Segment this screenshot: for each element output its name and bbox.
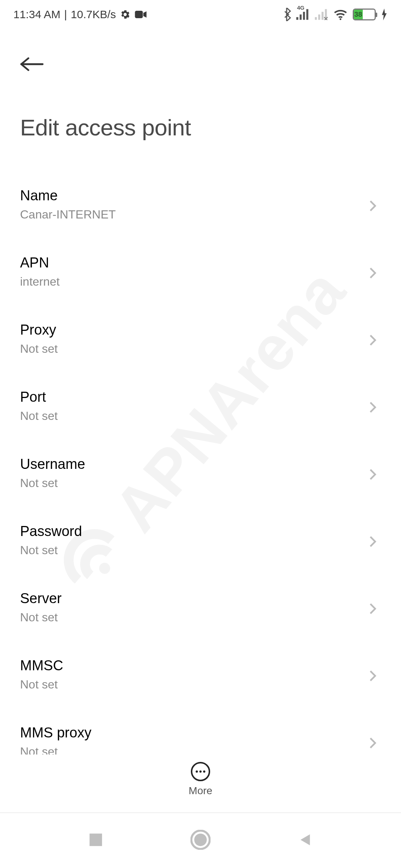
chevron-right-icon (367, 401, 379, 413)
nav-recent-button[interactable] (88, 832, 104, 849)
item-title: Name (20, 187, 367, 205)
item-port[interactable]: Port Not set (20, 375, 381, 443)
item-username[interactable]: Username Not set (20, 443, 381, 510)
header: Edit access point (0, 29, 401, 144)
network-type-label: 4G (297, 4, 304, 11)
item-sub: Not set (20, 610, 367, 625)
triangle-left-icon (297, 832, 313, 848)
chevron-right-icon (367, 267, 379, 279)
item-proxy[interactable]: Proxy Not set (20, 308, 381, 375)
status-left: 11:34 AM | 10.7KB/s (13, 8, 147, 21)
item-title: MMS proxy (20, 724, 367, 742)
nav-home-button[interactable] (190, 830, 211, 851)
status-time: 11:34 AM (13, 8, 61, 21)
svg-rect-6 (315, 17, 317, 20)
circle-icon (190, 830, 211, 850)
chevron-right-icon (367, 200, 379, 212)
svg-point-10 (340, 18, 342, 20)
bluetooth-icon (282, 8, 291, 21)
chevron-right-icon (367, 536, 379, 548)
item-sub: Not set (20, 476, 367, 491)
more-menu-button[interactable]: More (0, 754, 401, 806)
chevron-right-icon (367, 468, 379, 480)
chevron-right-icon (367, 670, 379, 682)
wifi-icon (333, 9, 348, 20)
svg-rect-1 (135, 11, 143, 18)
item-sub: Canar-INTERNET (20, 207, 367, 223)
back-button[interactable] (20, 51, 46, 77)
item-apn[interactable]: APN internet (20, 241, 381, 308)
svg-rect-2 (296, 17, 298, 20)
item-server[interactable]: Server Not set (20, 577, 381, 644)
item-title: MMSC (20, 657, 367, 675)
battery-icon: 38 (353, 9, 376, 20)
chevron-right-icon (367, 737, 379, 749)
item-title: Port (20, 388, 367, 406)
item-title: APN (20, 254, 367, 272)
status-separator: | (64, 8, 67, 21)
svg-rect-12 (89, 834, 102, 846)
square-icon (88, 832, 104, 848)
item-password[interactable]: Password Not set (20, 510, 381, 577)
chevron-right-icon (367, 334, 379, 346)
item-title: Username (20, 455, 367, 473)
item-sub: internet (20, 274, 367, 290)
settings-list: Name Canar-INTERNET APN internet Proxy N… (0, 144, 401, 778)
battery-level: 38 (354, 10, 363, 19)
item-sub: Not set (20, 408, 367, 424)
item-mmsc[interactable]: MMSC Not set (20, 644, 381, 711)
arrow-left-icon (20, 56, 44, 72)
nav-back-button[interactable] (297, 832, 313, 849)
signal-no-sim-icon (315, 9, 328, 20)
item-title: Server (20, 589, 367, 608)
svg-rect-7 (318, 14, 320, 20)
svg-point-14 (194, 834, 207, 846)
item-title: Password (20, 522, 367, 540)
signal-4g-icon: 4G (296, 9, 310, 20)
status-right: 4G 38 (282, 8, 388, 21)
item-sub: Not set (20, 543, 367, 558)
svg-rect-5 (306, 9, 308, 20)
item-sub: Not set (20, 341, 367, 357)
svg-rect-4 (303, 12, 305, 20)
more-label: More (189, 785, 212, 797)
svg-rect-3 (300, 14, 301, 20)
charging-icon (381, 9, 388, 20)
item-sub: Not set (20, 677, 367, 693)
navigation-bar (0, 812, 401, 868)
chevron-right-icon (367, 603, 379, 615)
camera-icon (134, 9, 147, 20)
gear-icon (120, 9, 131, 20)
svg-rect-8 (322, 12, 323, 20)
status-bar: 11:34 AM | 10.7KB/s 4G 38 (0, 0, 401, 29)
more-icon (191, 762, 210, 781)
item-title: Proxy (20, 321, 367, 339)
page-title: Edit access point (20, 114, 381, 141)
item-name[interactable]: Name Canar-INTERNET (20, 174, 381, 241)
status-network-speed: 10.7KB/s (71, 8, 116, 21)
